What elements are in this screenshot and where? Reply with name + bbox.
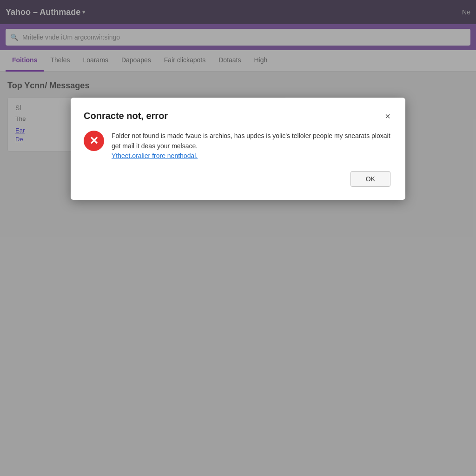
dialog-footer: OK: [84, 171, 390, 187]
modal-overlay: Conracte not, error × ✕ Folder not found…: [0, 0, 476, 476]
dialog-close-button[interactable]: ×: [385, 112, 390, 121]
error-icon: ✕: [84, 131, 104, 151]
dialog-header: Conracte not, error ×: [84, 111, 390, 121]
dialog-title: Conracte not, error: [84, 111, 168, 121]
error-dialog: Conracte not, error × ✕ Folder not found…: [71, 98, 405, 200]
dialog-message-block: Folder not found is made fvaue is archio…: [112, 131, 390, 160]
dialog-link[interactable]: Ytheet.oralier frore nenthodal.: [112, 152, 198, 159]
ok-button[interactable]: OK: [350, 171, 390, 187]
dialog-message-text: Folder not found is made fvaue is archio…: [112, 131, 390, 152]
dialog-body: ✕ Folder not found is made fvaue is arch…: [84, 131, 390, 160]
